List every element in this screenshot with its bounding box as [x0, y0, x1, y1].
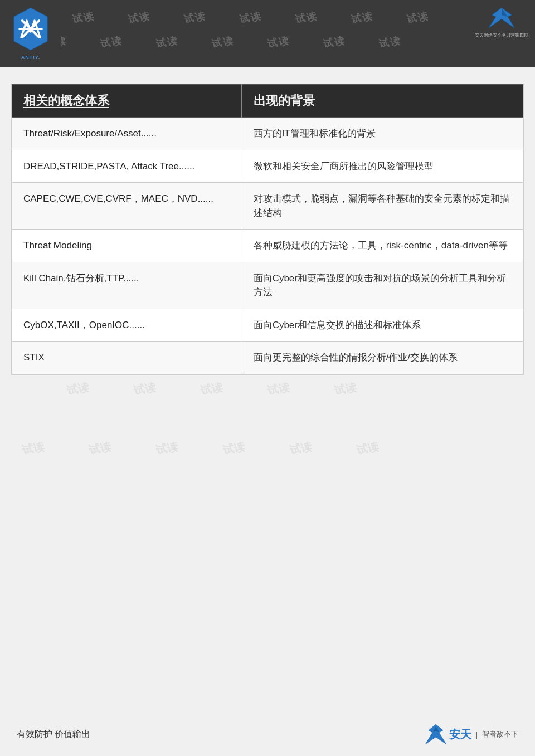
antiy-logo: ANTIY.: [11, 7, 50, 60]
table-row: STIX 面向更完整的综合性的情报分析/作业/交换的体系: [12, 342, 523, 374]
table-row: Threat/Risk/Exposure/Asset...... 西方的IT管理…: [12, 118, 523, 150]
row-7-right: 面向更完整的综合性的情报分析/作业/交换的体系: [242, 342, 523, 374]
table-row: Kill Chain,钻石分析,TTP...... 面向Cyber和更高强度的攻…: [12, 262, 523, 309]
table-row: CAPEC,CWE,CVE,CVRF，MAEC，NVD...... 对攻击模式，…: [12, 183, 523, 230]
header-watermark: 试读 试读 试读 试读 试读 试读 试读 试读 试读 试读 试读 试读 试读 试…: [0, 0, 535, 67]
concept-table: 相关的概念体系 出现的背景 Threat/Risk/Exposure/Asset…: [12, 84, 523, 374]
main-content: 相关的概念体系 出现的背景 Threat/Risk/Exposure/Asset…: [11, 84, 524, 375]
col-left-header: 相关的概念体系: [12, 85, 242, 118]
row-6-left: CybOX,TAXII，OpenIOC......: [12, 309, 242, 342]
footer: 有效防护 价值输出 安天 | 智者敌不下: [0, 724, 535, 745]
footer-slogan: 有效防护 价值输出: [17, 729, 90, 740]
brand-tagline: 智者敌不下: [482, 729, 518, 739]
row-1-right: 西方的IT管理和标准化的背景: [242, 118, 523, 150]
header-bar: 试读 试读 试读 试读 试读 试读 试读 试读 试读 试读 试读 试读 试读 试…: [0, 0, 535, 67]
row-2-left: DREAD,STRIDE,PASTA, Attack Tree......: [12, 150, 242, 183]
header-right-logo: 安天网络安全冬训营第四期: [474, 6, 529, 39]
brand-name: 安天: [449, 727, 471, 742]
logo-area: ANTIY.: [0, 0, 61, 67]
row-1-left: Threat/Risk/Exposure/Asset......: [12, 118, 242, 150]
row-2-right: 微软和相关安全厂商所推出的风险管理模型: [242, 150, 523, 183]
col-right-header: 出现的背景: [242, 85, 523, 118]
row-3-left: CAPEC,CWE,CVE,CVRF，MAEC，NVD......: [12, 183, 242, 230]
header-subtitle: 安天网络安全冬训营第四期: [475, 32, 528, 38]
footer-logo: 安天 | 智者敌不下: [425, 724, 518, 745]
row-7-left: STIX: [12, 342, 242, 374]
table-row: DREAD,STRIDE,PASTA, Attack Tree...... 微软…: [12, 150, 523, 183]
brand-suffix: |: [476, 730, 478, 739]
logo-text: ANTIY.: [11, 55, 50, 60]
row-4-right: 各种威胁建模的方法论，工具，risk-centric，data-driven等等: [242, 230, 523, 262]
row-5-left: Kill Chain,钻石分析,TTP......: [12, 262, 242, 309]
row-4-left: Threat Modeling: [12, 230, 242, 262]
row-5-right: 面向Cyber和更高强度的攻击和对抗的场景的分析工具和分析方法: [242, 262, 523, 309]
table-row: Threat Modeling 各种威胁建模的方法论，工具，risk-centr…: [12, 230, 523, 262]
table-header-row: 相关的概念体系 出现的背景: [12, 85, 523, 118]
table-row: CybOX,TAXII，OpenIOC...... 面向Cyber和信息交换的描…: [12, 309, 523, 342]
row-6-right: 面向Cyber和信息交换的描述和标准体系: [242, 309, 523, 342]
row-3-right: 对攻击模式，脆弱点，漏洞等各种基础的安全元素的标定和描述结构: [242, 183, 523, 230]
